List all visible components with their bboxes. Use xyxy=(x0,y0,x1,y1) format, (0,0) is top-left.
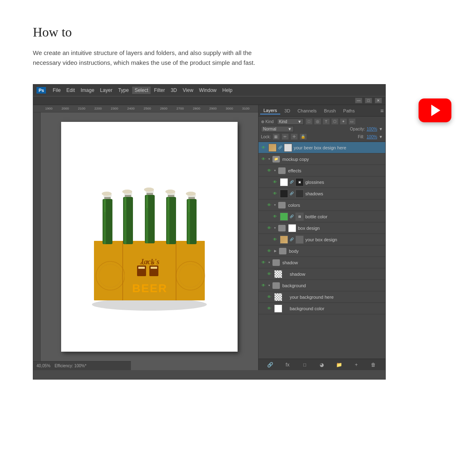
menu-select[interactable]: Select xyxy=(132,87,151,94)
layer-name: mockup copy xyxy=(282,157,384,162)
folder-item[interactable]: 👁 ▾ box design xyxy=(259,222,385,234)
lock-pixels-icon[interactable]: ✏ xyxy=(281,133,289,140)
layer-visibility-icon[interactable]: 👁 xyxy=(272,213,278,220)
link-layers-icon[interactable]: 🔗 xyxy=(266,361,275,369)
layer-visibility-icon[interactable]: 👁 xyxy=(272,236,278,243)
tab-layers[interactable]: Layers xyxy=(260,107,280,114)
layer-visibility-icon[interactable]: 👁 xyxy=(272,190,278,197)
efficiency-status: Efficiency: 100%* xyxy=(55,364,87,368)
layer-item[interactable]: 👁 🔗 your box design xyxy=(259,234,385,245)
expand-arrow-icon[interactable]: ▾ xyxy=(274,169,276,172)
add-mask-icon[interactable]: □ xyxy=(301,361,309,369)
folder-item[interactable]: 👁 ▾ 📁 mockup copy xyxy=(259,153,385,165)
smart-object-icon[interactable]: ✦ xyxy=(340,118,347,125)
svg-rect-29 xyxy=(125,198,126,210)
lock-position-icon[interactable]: ✛ xyxy=(291,133,298,140)
layer-visibility-icon[interactable]: 👁 xyxy=(260,282,267,289)
close-button[interactable]: ✕ xyxy=(375,98,382,103)
delete-layer-icon[interactable]: 🗑 xyxy=(369,361,378,369)
folder-icon xyxy=(278,202,286,208)
film-icon[interactable]: ▭ xyxy=(348,118,356,125)
tab-brush[interactable]: Brush xyxy=(321,108,339,114)
lock-label: Lock: xyxy=(261,135,271,139)
panel-options-icon[interactable]: ≡ xyxy=(380,108,384,114)
menu-filter[interactable]: Filter xyxy=(151,87,167,94)
layer-visibility-icon[interactable]: 👁 xyxy=(266,202,272,208)
menu-edit[interactable]: Edit xyxy=(64,87,78,94)
layer-visibility-icon[interactable]: 👁 xyxy=(260,156,267,162)
svg-text:BEER: BEER xyxy=(132,282,167,295)
layer-visibility-icon[interactable]: 👁 xyxy=(260,144,267,151)
layer-item[interactable]: 👁 your background here xyxy=(259,291,385,303)
layer-visibility-icon[interactable]: 👁 xyxy=(266,167,272,174)
svg-rect-15 xyxy=(151,267,157,269)
layer-name: box design xyxy=(298,226,384,231)
layer-thumbnail xyxy=(280,213,288,221)
text-layer-icon[interactable]: T xyxy=(323,118,330,125)
fill-value[interactable]: 100% xyxy=(367,135,378,139)
expand-arrow-icon[interactable]: ▾ xyxy=(268,284,270,287)
lock-transparent-icon[interactable]: ▦ xyxy=(272,133,280,140)
ruler-num: 1900 xyxy=(41,107,57,110)
svg-rect-36 xyxy=(168,195,174,197)
layer-name: glossines xyxy=(305,180,384,185)
menu-bar: Ps File Edit Image Layer Type Select Fil… xyxy=(33,85,385,96)
page-title: How to xyxy=(33,25,443,40)
layer-name: colors xyxy=(288,203,384,208)
tab-3d[interactable]: 3D xyxy=(281,108,293,114)
canvas-content[interactable]: Jack's xyxy=(41,112,258,361)
adjustment-layer-icon[interactable]: ◎ xyxy=(314,118,321,125)
folder-item[interactable]: 👁 ▾ colors xyxy=(259,199,385,211)
layer-item[interactable]: 👁 🔗 your beer box design here xyxy=(259,142,385,153)
layer-visibility-icon[interactable]: 👁 xyxy=(272,179,278,185)
folder-icon xyxy=(278,167,286,174)
layer-visibility-icon[interactable]: 👁 xyxy=(260,259,267,266)
expand-arrow-icon[interactable]: ▾ xyxy=(274,226,276,230)
expand-arrow-icon[interactable]: ▾ xyxy=(274,203,276,207)
blend-mode-dropdown[interactable]: Normal▼ xyxy=(261,126,294,132)
layer-visibility-icon[interactable]: 👁 xyxy=(266,248,272,254)
layer-item[interactable]: 👁 🔗 ▣ glossines xyxy=(259,176,385,188)
status-bar: 40,05% Efficiency: 100%* xyxy=(33,361,131,370)
pixel-layer-icon[interactable]: □ xyxy=(305,118,313,125)
new-group-icon[interactable]: 📁 xyxy=(335,361,343,369)
menu-file[interactable]: File xyxy=(50,87,63,94)
youtube-button[interactable] xyxy=(419,98,451,122)
menu-window[interactable]: Window xyxy=(197,87,219,94)
ruler-num: 2700 xyxy=(172,107,188,110)
menu-3d[interactable]: 3D xyxy=(168,87,179,94)
layer-item[interactable]: 👁 shadow xyxy=(259,268,385,280)
folder-item[interactable]: 👁 ▾ effects xyxy=(259,165,385,176)
vector-layer-icon[interactable]: ⬡ xyxy=(331,118,339,125)
menu-view[interactable]: View xyxy=(180,87,196,94)
minimize-button[interactable]: — xyxy=(355,98,362,103)
kind-dropdown[interactable]: Kind▼ xyxy=(277,119,304,125)
menu-help[interactable]: Help xyxy=(220,87,235,94)
layer-item[interactable]: 👁 background color xyxy=(259,303,385,314)
expand-arrow-icon[interactable]: ▾ xyxy=(268,157,270,161)
lock-all-icon[interactable]: 🔒 xyxy=(300,133,307,140)
menu-type[interactable]: Type xyxy=(116,87,131,94)
expand-arrow-icon[interactable]: ▶ xyxy=(274,249,277,253)
opacity-value[interactable]: 100% xyxy=(367,127,378,131)
maximize-button[interactable]: □ xyxy=(365,98,372,103)
layer-visibility-icon[interactable]: 👁 xyxy=(266,225,272,231)
ps-logo: Ps xyxy=(37,87,46,94)
adjustments-icon[interactable]: ◕ xyxy=(318,361,326,369)
folder-item[interactable]: 👁 ▾ shadow xyxy=(259,257,385,268)
layer-visibility-icon[interactable]: 👁 xyxy=(266,271,272,277)
tab-channels[interactable]: Channels xyxy=(294,108,320,114)
folder-item[interactable]: 👁 ▾ background xyxy=(259,280,385,291)
folder-item[interactable]: 👁 ▶ body xyxy=(259,245,385,257)
menu-image[interactable]: Image xyxy=(78,87,97,94)
menu-layer[interactable]: Layer xyxy=(98,87,115,94)
new-layer-icon[interactable]: + xyxy=(352,361,360,369)
layer-item[interactable]: 👁 🔗 shadows xyxy=(259,188,385,199)
layer-visibility-icon[interactable]: 👁 xyxy=(266,305,272,312)
add-style-icon[interactable]: fx xyxy=(284,361,292,369)
expand-arrow-icon[interactable]: ▾ xyxy=(268,261,270,264)
tab-paths[interactable]: Paths xyxy=(340,108,358,114)
layer-thumbnail xyxy=(280,236,288,244)
layer-visibility-icon[interactable]: 👁 xyxy=(266,294,272,300)
layer-item[interactable]: 👁 🔗 ▤ bottle color xyxy=(259,211,385,222)
